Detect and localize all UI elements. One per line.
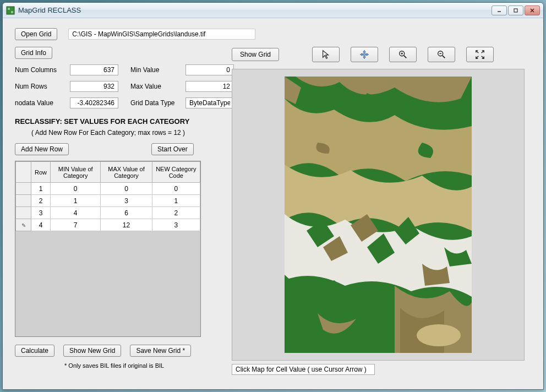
num-columns-field[interactable] xyxy=(70,64,118,75)
grid-info-fields: Num Columns Min Value Num Rows Max Value… xyxy=(15,64,219,108)
cell-min[interactable]: 7 xyxy=(51,219,101,231)
grid-path-field[interactable]: C:\GIS - MapWinGIS\SampleGrids\landuse.t… xyxy=(68,29,255,40)
cell-max[interactable]: 0 xyxy=(101,183,152,195)
svg-line-12 xyxy=(443,56,445,58)
col-row[interactable]: Row xyxy=(31,162,51,183)
left-panel: Grid Info Num Columns Min Value Num Rows… xyxy=(15,47,219,375)
cell-code[interactable]: 2 xyxy=(152,207,200,219)
table-corner[interactable] xyxy=(16,162,31,183)
svg-rect-2 xyxy=(11,11,13,13)
table-row[interactable]: 1000 xyxy=(16,183,200,195)
cell-row[interactable]: 4 xyxy=(31,219,51,231)
row-header[interactable] xyxy=(16,195,31,207)
zoom-in-tool[interactable] xyxy=(389,47,417,62)
col-code[interactable]: NEW Category Code xyxy=(152,162,200,183)
map-status-field[interactable] xyxy=(232,364,375,375)
max-value-label: Max Value xyxy=(130,83,180,90)
save-note: * Only saves BIL files if original is BI… xyxy=(64,362,219,369)
svg-rect-4 xyxy=(514,9,517,12)
close-button[interactable] xyxy=(525,6,540,15)
app-window: MapGrid RECLASS Open Grid C:\GIS - MapWi… xyxy=(2,2,544,390)
cell-row[interactable]: 2 xyxy=(31,195,51,207)
cell-max[interactable]: 12 xyxy=(101,219,152,231)
min-value-label: Min Value xyxy=(130,66,180,74)
cell-row[interactable]: 3 xyxy=(31,207,51,219)
table-row[interactable]: 2131 xyxy=(16,195,200,207)
reclassify-header: RECLASSIFY: SET VALUES FOR EACH CATEGORY xyxy=(15,117,219,126)
map-canvas[interactable] xyxy=(285,77,472,353)
table-row[interactable]: ✎47123 xyxy=(16,219,200,231)
num-columns-label: Num Columns xyxy=(15,66,64,74)
save-new-grid-button[interactable]: Save New Grid * xyxy=(130,345,191,357)
add-new-row-button[interactable]: Add New Row xyxy=(15,143,69,155)
cell-max[interactable]: 6 xyxy=(101,207,152,219)
start-over-button[interactable]: Start Over xyxy=(151,143,194,155)
show-grid-button[interactable]: Show Grid xyxy=(232,48,279,61)
cell-code[interactable]: 0 xyxy=(152,183,200,195)
maximize-button[interactable] xyxy=(508,6,523,15)
reclassify-note: ( Add New Row For Each Category; max row… xyxy=(31,129,219,137)
min-value-field[interactable] xyxy=(185,64,234,75)
nodata-field[interactable] xyxy=(70,97,118,108)
col-min[interactable]: MIN Value of Category xyxy=(51,162,101,183)
datatype-label: Grid Data Type xyxy=(130,99,180,107)
cell-code[interactable]: 3 xyxy=(152,219,200,231)
titlebar: MapGrid RECLASS xyxy=(3,3,543,18)
right-panel: Show Grid xyxy=(232,47,537,375)
row-header[interactable]: ✎ xyxy=(16,219,31,231)
col-max[interactable]: MAX Value of Category xyxy=(101,162,152,183)
window-controls xyxy=(492,6,540,15)
map-toolbar: Show Grid xyxy=(232,47,537,62)
max-value-field[interactable] xyxy=(185,81,234,92)
pan-tool[interactable] xyxy=(351,47,378,62)
cursor-tool[interactable] xyxy=(312,47,340,62)
reclass-table-wrap: Row MIN Value of Category MAX Value of C… xyxy=(15,161,201,337)
reclass-table[interactable]: Row MIN Value of Category MAX Value of C… xyxy=(15,161,200,231)
nodata-label: nodata Value xyxy=(15,99,64,107)
cell-min[interactable]: 0 xyxy=(51,183,101,195)
open-grid-button[interactable]: Open Grid xyxy=(15,28,57,40)
row-header[interactable] xyxy=(16,183,31,195)
row-header[interactable] xyxy=(16,207,31,219)
map-viewport[interactable] xyxy=(232,69,525,361)
grid-info-button[interactable]: Grid Info xyxy=(15,47,52,59)
cell-code[interactable]: 1 xyxy=(152,195,200,207)
content-area: Open Grid C:\GIS - MapWinGIS\SampleGrids… xyxy=(3,18,543,389)
svg-line-8 xyxy=(404,56,407,58)
svg-point-15 xyxy=(417,324,461,346)
svg-rect-1 xyxy=(8,8,10,10)
cell-min[interactable]: 1 xyxy=(51,195,101,207)
calculate-button[interactable]: Calculate xyxy=(15,345,54,357)
zoom-extent-tool[interactable] xyxy=(466,47,494,62)
table-row[interactable]: 3462 xyxy=(16,207,200,219)
cell-min[interactable]: 4 xyxy=(51,207,101,219)
datatype-field[interactable] xyxy=(185,97,234,108)
edit-row-icon: ✎ xyxy=(21,222,26,228)
minimize-button[interactable] xyxy=(492,6,507,15)
cell-max[interactable]: 3 xyxy=(101,195,152,207)
window-title: MapGrid RECLASS xyxy=(18,6,492,14)
zoom-out-tool[interactable] xyxy=(428,47,455,62)
show-new-grid-button[interactable]: Show New Grid xyxy=(63,345,121,357)
app-icon xyxy=(6,6,15,15)
num-rows-field[interactable] xyxy=(70,81,118,92)
num-rows-label: Num Rows xyxy=(15,83,64,90)
cell-row[interactable]: 1 xyxy=(31,183,51,195)
